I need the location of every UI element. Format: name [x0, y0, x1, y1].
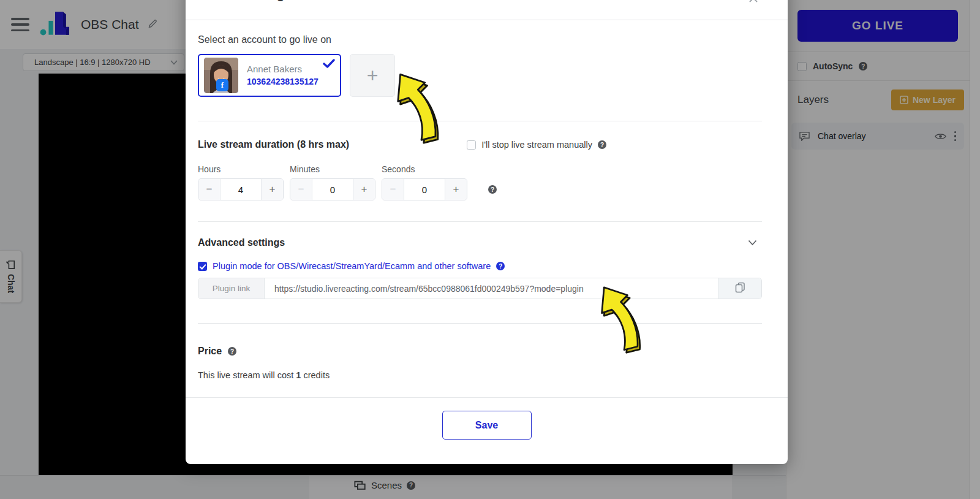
- advanced-heading: Advanced settings: [198, 237, 285, 248]
- hours-label: Hours: [198, 164, 284, 174]
- price-text: This live stream will cost 1 credits: [198, 370, 762, 380]
- plugin-mode-checkbox[interactable]: [198, 262, 207, 271]
- account-name: Annet Bakers: [247, 64, 318, 75]
- price-help-icon[interactable]: [228, 347, 236, 356]
- manual-stop-row: I'll stop live stream manually: [467, 140, 606, 150]
- avatar: f: [204, 58, 238, 93]
- stream-settings-modal: Stream Settings Select an account to go …: [186, 0, 788, 464]
- seconds-input[interactable]: [404, 179, 445, 200]
- copy-icon: [735, 282, 745, 293]
- copy-link-button[interactable]: [718, 278, 761, 299]
- plugin-mode-row: Plugin mode for OBS/Wirecast/StreamYard/…: [198, 261, 762, 271]
- modal-header: Stream Settings: [186, 0, 788, 20]
- account-card-selected[interactable]: f Annet Bakers 103624238135127: [198, 54, 341, 97]
- price-heading: Price: [198, 346, 222, 357]
- manual-stop-checkbox[interactable]: [467, 140, 476, 150]
- hours-increment-button[interactable]: +: [261, 179, 283, 200]
- plugin-mode-help-icon[interactable]: [496, 262, 505, 270]
- duration-help-icon[interactable]: [488, 185, 497, 194]
- manual-stop-label: I'll stop live stream manually: [481, 140, 592, 150]
- minutes-input[interactable]: [312, 179, 353, 200]
- add-account-button[interactable]: +: [350, 54, 395, 97]
- account-section-label: Select an account to go live on: [198, 34, 762, 45]
- duration-heading: Live stream duration (8 hrs max): [198, 139, 349, 150]
- selected-check-icon: [323, 59, 335, 70]
- minutes-label: Minutes: [290, 164, 375, 174]
- minutes-increment-button[interactable]: +: [353, 179, 375, 200]
- save-button[interactable]: Save: [442, 411, 532, 440]
- plugin-mode-label[interactable]: Plugin mode for OBS/Wirecast/StreamYard/…: [213, 261, 491, 271]
- seconds-label: Seconds: [382, 164, 467, 174]
- modal-footer: Save: [186, 398, 788, 440]
- callout-arrow-plugin-link: [595, 280, 654, 354]
- manual-stop-help-icon[interactable]: [598, 140, 606, 149]
- seconds-decrement-button[interactable]: −: [382, 179, 404, 200]
- seconds-increment-button[interactable]: +: [445, 179, 467, 200]
- modal-title: Stream Settings: [198, 0, 775, 2]
- plugin-link-addon: Plugin link: [198, 278, 265, 299]
- account-id: 103624238135127: [247, 77, 318, 88]
- advanced-section: Advanced settings Plugin mode for OBS/Wi…: [198, 222, 762, 299]
- plugin-link-group: Plugin link: [198, 278, 762, 299]
- seconds-stepper: − +: [382, 178, 467, 200]
- callout-arrow-add-account: [392, 66, 451, 145]
- hours-stepper: − +: [198, 178, 284, 200]
- minutes-stepper: − +: [290, 178, 375, 200]
- close-icon[interactable]: [747, 0, 760, 5]
- minutes-decrement-button[interactable]: −: [290, 179, 312, 200]
- collapse-chevron-icon[interactable]: [748, 237, 757, 248]
- hours-decrement-button[interactable]: −: [198, 179, 221, 200]
- account-section: Select an account to go live on: [198, 20, 762, 97]
- price-section: Price This live stream will cost 1 credi…: [198, 324, 762, 380]
- duration-section: Live stream duration (8 hrs max) I'll st…: [198, 121, 762, 200]
- hours-input[interactable]: [221, 179, 261, 200]
- facebook-badge: f: [216, 79, 228, 91]
